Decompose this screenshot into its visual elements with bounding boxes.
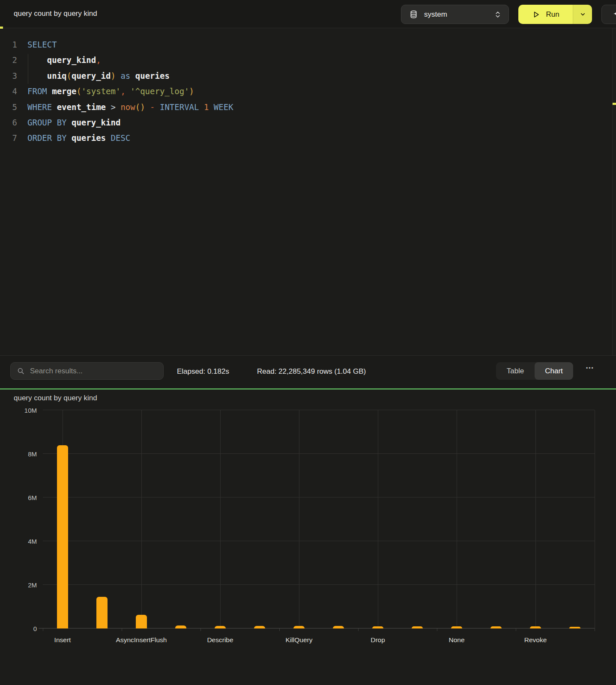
run-button[interactable]: Run	[518, 5, 592, 24]
chart-title: query count by query kind	[14, 394, 97, 402]
gridline-horizontal	[43, 497, 595, 497]
run-options-caret[interactable]	[573, 5, 592, 24]
code-line[interactable]: 4FROM merge('system', '^query_log')	[0, 83, 616, 99]
code-text: uniq(query_id) as queries	[17, 68, 170, 83]
code-text: SELECT	[17, 37, 57, 52]
x-axis-tick	[516, 628, 516, 631]
read-stat: Read: 22,285,349 rows (1.04 GB)	[257, 367, 366, 376]
x-axis-tick	[595, 628, 595, 631]
x-category-label: Drop	[371, 636, 385, 644]
bar-unlabeled-1	[96, 597, 108, 628]
x-axis-tick	[358, 628, 359, 631]
y-tick-label: 6M	[10, 494, 37, 501]
x-category-label: None	[449, 636, 464, 644]
chevron-down-icon	[580, 11, 586, 18]
chart-panel: query count by query kind 02M4M6M8M10MIn…	[0, 390, 616, 685]
gridline-vertical	[457, 410, 457, 628]
x-axis-tick	[279, 628, 280, 631]
line-number: 5	[0, 99, 17, 115]
y-tick-label: 4M	[10, 538, 37, 545]
code-line[interactable]: 3 uniq(query_id) as queries	[0, 68, 616, 83]
indent-guide	[28, 54, 28, 84]
gridline-vertical	[595, 410, 595, 628]
y-tick-label: 8M	[10, 450, 37, 458]
x-category-label: Revoke	[524, 636, 547, 644]
x-axis-tick	[200, 628, 201, 631]
bar-none	[451, 626, 462, 628]
play-icon	[532, 10, 540, 19]
scrollbar-marker	[613, 103, 616, 105]
bar-describe	[215, 626, 226, 628]
tab-table[interactable]: Table	[496, 362, 535, 380]
x-category-label: KillQuery	[286, 636, 313, 644]
gridline-vertical	[378, 410, 378, 628]
search-icon	[17, 367, 25, 375]
gridline-vertical	[220, 410, 221, 628]
gridline-horizontal	[43, 453, 595, 454]
code-line[interactable]: 5WHERE event_time > now() - INTERVAL 1 W…	[0, 99, 616, 115]
code-text: WHERE event_time > now() - INTERVAL 1 WE…	[17, 99, 233, 115]
y-tick-label: 0	[10, 625, 37, 632]
x-category-label: Describe	[207, 636, 233, 644]
gridline-horizontal	[43, 584, 595, 585]
search-results-input[interactable]	[30, 367, 157, 375]
line-number: 4	[0, 83, 17, 99]
code-text: query_kind,	[17, 52, 101, 68]
x-axis-tick	[122, 628, 122, 631]
gridline-horizontal	[43, 410, 595, 410]
bar-unlabeled-3	[175, 625, 186, 628]
more-options-button[interactable]: •••	[586, 365, 594, 371]
editor-scrollbar[interactable]	[612, 28, 616, 355]
query-title: query count by query kind	[14, 9, 97, 18]
code-text: FROM merge('system', '^query_log')	[17, 83, 194, 99]
code-line[interactable]: 1SELECT	[0, 37, 616, 52]
editor-lines: 1SELECT2 query_kind,3 uniq(query_id) as …	[0, 37, 616, 146]
bar-insert	[57, 445, 68, 628]
bar-unlabeled-9	[412, 626, 423, 628]
bar-chart: 02M4M6M8M10MInsertAsyncInsertFlushDescri…	[43, 410, 595, 628]
run-button-label: Run	[546, 10, 559, 19]
run-button-main[interactable]: Run	[518, 5, 573, 24]
bar-revoke	[530, 626, 541, 628]
gridline-horizontal	[43, 541, 595, 541]
bar-unlabeled-13	[569, 627, 580, 628]
line-number: 2	[0, 52, 17, 68]
y-tick-label: 2M	[10, 581, 37, 589]
sql-editor[interactable]: 1SELECT2 query_kind,3 uniq(query_id) as …	[0, 28, 616, 355]
y-tick-label: 10M	[10, 407, 37, 414]
bar-unlabeled-11	[490, 626, 502, 628]
tab-chart[interactable]: Chart	[535, 362, 573, 380]
bar-unlabeled-7	[333, 626, 344, 628]
line-number: 6	[0, 115, 17, 130]
chevrons-up-down-icon	[494, 11, 502, 18]
code-line[interactable]: 2 query_kind,	[0, 52, 616, 68]
gridline-vertical	[535, 410, 536, 628]
x-axis-tick	[437, 628, 437, 631]
x-axis-tick	[43, 628, 43, 631]
code-text: GROUP BY query_kind	[17, 115, 120, 130]
code-line[interactable]: 7ORDER BY queries DESC	[0, 130, 616, 146]
bar-drop	[372, 626, 383, 628]
code-text: ORDER BY queries DESC	[17, 130, 130, 146]
code-line[interactable]: 6GROUP BY query_kind	[0, 115, 616, 130]
gridline-vertical	[299, 410, 299, 628]
results-toolbar: Elapsed: 0.182s Read: 22,285,349 rows (1…	[0, 355, 616, 388]
top-bar: query count by query kind system Run	[0, 0, 616, 28]
bar-asyncinsertflush	[136, 615, 147, 628]
line-number: 7	[0, 130, 17, 146]
database-icon	[409, 10, 418, 19]
sparkle-icon	[611, 9, 616, 20]
database-selector[interactable]: system	[401, 5, 509, 24]
elapsed-stat: Elapsed: 0.182s	[177, 367, 229, 376]
editor-left-marker	[0, 27, 3, 29]
search-results-box[interactable]	[10, 362, 164, 380]
bar-killquery	[293, 626, 305, 628]
database-selector-value: system	[424, 10, 494, 19]
line-number: 1	[0, 37, 17, 52]
gridline-vertical	[141, 410, 142, 628]
assist-button[interactable]	[601, 5, 616, 24]
line-number: 3	[0, 68, 17, 83]
x-category-label: AsyncInsertFlush	[116, 636, 167, 644]
bar-unlabeled-5	[254, 626, 265, 628]
view-toggle: Table Chart	[496, 362, 573, 380]
